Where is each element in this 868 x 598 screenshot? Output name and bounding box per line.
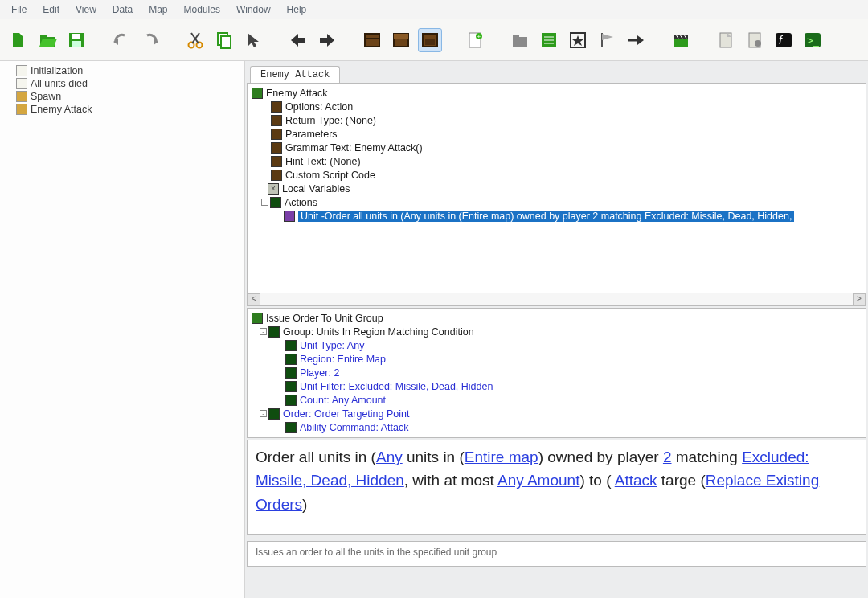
- doc-1-icon[interactable]: [714, 28, 738, 52]
- svg-rect-3: [40, 35, 47, 38]
- expand-icon[interactable]: -: [261, 199, 268, 206]
- action-row[interactable]: Unit -Order all units in (Any units in (…: [252, 209, 863, 223]
- param-row[interactable]: Player: 2: [252, 366, 863, 379]
- svg-point-48: [755, 40, 761, 47]
- menu-data[interactable]: Data: [104, 2, 141, 18]
- clapper-icon[interactable]: [669, 28, 693, 52]
- arrow-next-icon[interactable]: [624, 28, 648, 52]
- menu-help[interactable]: Help: [279, 2, 315, 18]
- detail-panel: Enemy Attack Enemy Attack Options: Actio…: [245, 61, 868, 598]
- menu-window[interactable]: Window: [228, 2, 279, 18]
- link-count[interactable]: Any Amount: [497, 472, 579, 489]
- svg-rect-7: [72, 41, 81, 47]
- link-region[interactable]: Entire map: [465, 448, 538, 465]
- svg-marker-39: [637, 35, 644, 45]
- param-tree-pane: Issue Order To Unit Group -Group: Units …: [247, 308, 866, 438]
- cursor-icon[interactable]: [241, 28, 265, 52]
- redo-icon[interactable]: [138, 28, 162, 52]
- svg-rect-15: [221, 36, 231, 48]
- expand-icon[interactable]: -: [260, 410, 267, 417]
- param-row[interactable]: Region: Entire Map: [252, 352, 863, 366]
- arrow-left-icon[interactable]: [286, 28, 310, 52]
- svg-marker-18: [320, 34, 334, 47]
- list-item[interactable]: All units died: [2, 77, 243, 90]
- cut-icon[interactable]: [183, 28, 207, 52]
- hint-text: Issues an order to all the units in the …: [256, 547, 497, 558]
- main-area: Initialization All units died Spawn Enem…: [0, 61, 868, 598]
- horizontal-scrollbar[interactable]: <>: [248, 293, 866, 305]
- menu-edit[interactable]: Edit: [35, 2, 68, 18]
- menu-bar: File Edit View Data Map Modules Window H…: [0, 0, 868, 19]
- param-row[interactable]: Unit Type: Any: [252, 338, 863, 352]
- svg-rect-29: [513, 35, 519, 38]
- menu-file[interactable]: File: [3, 2, 35, 18]
- list-item[interactable]: Initialization: [2, 64, 243, 77]
- arrow-right-icon[interactable]: [315, 28, 339, 52]
- list-item[interactable]: Enemy Attack: [2, 103, 243, 116]
- svg-text:>_: >_: [807, 35, 820, 47]
- crate-1-icon[interactable]: [360, 28, 384, 52]
- svg-rect-22: [394, 34, 408, 39]
- svg-rect-19: [365, 34, 379, 47]
- crate-2-icon[interactable]: [389, 28, 413, 52]
- new-script-icon[interactable]: +: [463, 28, 487, 52]
- flag-icon[interactable]: [595, 28, 619, 52]
- svg-rect-40: [674, 39, 688, 47]
- svg-text:+: +: [477, 33, 481, 40]
- svg-marker-16: [248, 33, 259, 47]
- param-row[interactable]: Unit Filter: Excluded: Missile, Dead, Hi…: [252, 379, 863, 393]
- svg-marker-37: [602, 34, 613, 40]
- trigger-list: Initialization All units died Spawn Enem…: [0, 61, 245, 598]
- undo-icon[interactable]: [109, 28, 133, 52]
- svg-marker-35: [572, 35, 583, 46]
- toolbar: + f >_: [0, 19, 868, 61]
- list-item[interactable]: Spawn: [2, 90, 243, 103]
- svg-rect-6: [72, 34, 80, 39]
- svg-marker-17: [291, 34, 305, 47]
- hint-pane: Issues an order to all the units in the …: [247, 541, 866, 567]
- tab-enemy-attack[interactable]: Enemy Attack: [250, 66, 340, 83]
- param-row[interactable]: Ability Command: Attack: [252, 420, 863, 434]
- doc-2-icon[interactable]: [743, 28, 767, 52]
- tab-bar: Enemy Attack: [245, 61, 868, 83]
- menu-modules[interactable]: Modules: [176, 2, 228, 18]
- link-player[interactable]: 2: [663, 448, 672, 465]
- crate-3-icon[interactable]: [418, 28, 442, 52]
- star-icon[interactable]: [566, 28, 590, 52]
- svg-rect-45: [720, 33, 731, 47]
- terminal-icon[interactable]: >_: [800, 28, 825, 52]
- grammar-text-pane: Order all units in (Any units in (Entire…: [247, 440, 866, 535]
- param-row[interactable]: Count: Any Amount: [252, 393, 863, 407]
- svg-rect-24: [425, 39, 435, 45]
- new-icon[interactable]: [6, 28, 31, 52]
- folder-icon[interactable]: [508, 28, 532, 52]
- script-list-icon[interactable]: [537, 28, 561, 52]
- link-ability[interactable]: Attack: [615, 472, 657, 489]
- open-icon[interactable]: [35, 28, 59, 52]
- expand-icon[interactable]: -: [260, 328, 267, 335]
- copy-icon[interactable]: [212, 28, 236, 52]
- trigger-tree-pane: Enemy Attack Options: Action Return Type…: [247, 83, 866, 306]
- menu-map[interactable]: Map: [141, 2, 175, 18]
- save-icon[interactable]: [64, 28, 88, 52]
- svg-rect-49: [776, 33, 792, 47]
- link-any[interactable]: Any: [376, 448, 403, 465]
- menu-view[interactable]: View: [68, 2, 104, 18]
- svg-rect-28: [513, 37, 527, 47]
- fx-icon[interactable]: f: [772, 28, 796, 52]
